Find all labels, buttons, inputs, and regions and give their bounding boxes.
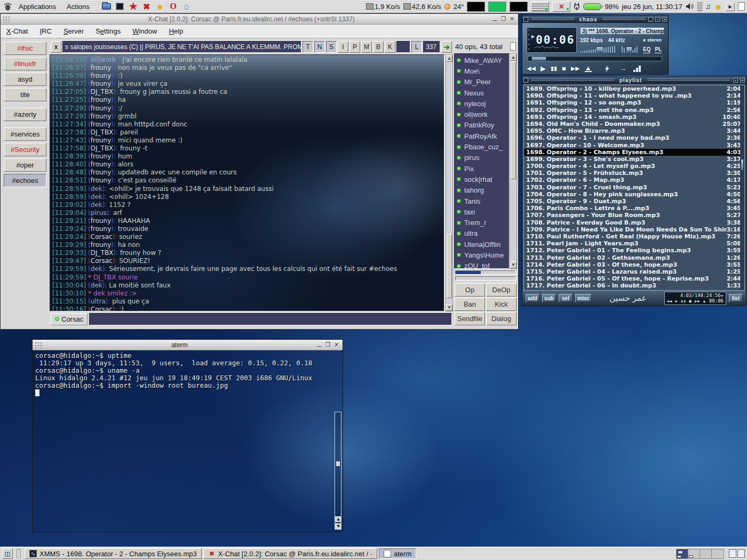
channel-tab-echoes[interactable]: #echoes (4, 174, 46, 187)
channel-tab-tite[interactable]: tite (4, 88, 46, 101)
position-slider[interactable] (528, 56, 662, 61)
playlist-row[interactable]: 1694. Old Man's Child - Doommaker.mp325:… (524, 121, 744, 127)
minimize-icon[interactable]: ⚊ (491, 15, 498, 22)
person-applet-icon[interactable]: ☻ (714, 2, 722, 11)
figure-icon[interactable]: ☺ (181, 1, 192, 12)
user-row[interactable]: zQU_tof (455, 261, 509, 269)
user-list[interactable]: Mike_AWAYMoe\Mr_PeerNexusnylecojoil|work… (454, 53, 510, 269)
terminal-output[interactable]: corsac@hidalgo:~$ uptime 11:29:17 up 3 d… (33, 350, 343, 532)
deop-button[interactable]: DeOp (486, 283, 516, 297)
mode-toggle-S[interactable]: S (326, 41, 337, 53)
playlist-row[interactable]: 1692. Offspring - 13 - not the one.mp32:… (524, 107, 744, 114)
net-upload-applet[interactable]: 42,6 Ko/s (403, 3, 441, 11)
maximize-icon[interactable]: ❒ (324, 341, 331, 348)
taskbar-grip[interactable] (17, 549, 21, 558)
menu-server[interactable]: Server (58, 27, 90, 35)
sub-button[interactable]: sub (542, 294, 556, 302)
playlist-row[interactable]: 1702. Operator - 6 - Map.mp34:17 (524, 177, 744, 183)
net-download-applet[interactable]: 1,9 Ko/s (366, 3, 400, 11)
monitor-applet-1[interactable] (467, 2, 485, 12)
channel-tab-ifsic[interactable]: #ifsic (4, 42, 46, 55)
user-row[interactable]: Nexus (455, 87, 509, 98)
mode-toggle-P[interactable]: P (349, 41, 360, 53)
user-row[interactable]: Pix (455, 163, 509, 174)
play-applet[interactable]: ▶ (726, 2, 735, 11)
limit-toggle[interactable]: L (411, 41, 422, 53)
sel-button[interactable]: sel (559, 294, 573, 302)
user-row[interactable]: Mr_Peer (455, 77, 509, 87)
forward-icon[interactable]: ▶▶ (571, 65, 580, 72)
playlist-row[interactable]: 1701. Operator - 5 - Frühstuck.mp33:30 (524, 170, 744, 177)
pause-icon[interactable]: ▮▮ (551, 65, 557, 72)
minimize-icon[interactable]: ⚊ (316, 341, 323, 348)
channel-tab-oper[interactable]: #oper (4, 158, 46, 172)
message-input[interactable] (89, 313, 452, 325)
playlist-row[interactable]: 1693. Offspring - 14 - smash.mp310:40 (524, 114, 744, 121)
scroll-down-icon[interactable]: ▼ (335, 523, 341, 529)
arrow-icon[interactable]: → (619, 65, 626, 73)
playlist-row[interactable]: 1715. Peter Gabriel - 04 - Lazarus raise… (524, 268, 744, 275)
mode-toggle-K[interactable]: K (385, 41, 395, 53)
mode-toggle-T[interactable]: T (303, 41, 313, 53)
scroll-down-icon[interactable]: ▼ (446, 304, 452, 311)
topic-entry[interactable]: s salopes jouisseuses (C) || PIRUS, JE N… (62, 41, 301, 53)
opera-icon[interactable]: O (168, 1, 179, 12)
close-icon[interactable]: × (662, 17, 667, 22)
playlist-row[interactable]: 1695. OMC - How Bizarre.mp33:44 (524, 127, 744, 134)
terminal-scroll-thumb[interactable] (336, 461, 340, 466)
play-icon[interactable]: ▶ (541, 65, 546, 73)
playlist-row[interactable]: 1696. Operator - 1 - I need money bad.mp… (524, 134, 744, 141)
playlist-menu-icon[interactable] (523, 78, 528, 83)
limit-entry[interactable]: 337 (423, 41, 440, 53)
chat-scrollbar[interactable]: ▲ ▼ (446, 54, 453, 311)
xmms-titlebar[interactable]: chaos _ ▪ × (522, 15, 668, 23)
position-thumb[interactable] (531, 57, 546, 61)
user-row[interactable]: Yangs\Home (455, 250, 509, 260)
channel-tab-linuxfr[interactable]: #linuxfr (4, 57, 46, 70)
playlist-scrollbar[interactable] (740, 85, 744, 290)
kick-button[interactable]: Kick (486, 298, 516, 311)
xchat-icon[interactable]: ✖ (141, 1, 152, 12)
playlist-row[interactable]: 1716. Peter Gabriel - 05 - Of these, hop… (524, 275, 744, 282)
user-row[interactable]: Utena|Offlin (455, 239, 509, 250)
terminal-icon[interactable] (115, 1, 125, 12)
playlist-row[interactable]: 1699. Operator - 3 - She's cool.mp33:17 (524, 156, 744, 163)
workspace-2[interactable] (688, 549, 700, 558)
close-tab-button[interactable]: x (51, 41, 61, 53)
playlist-row[interactable]: 1708. Patrice - Everday Good B.mp33:38 (524, 219, 744, 226)
playlist-row[interactable]: 1704. Operator - 8 - Hey pink sunglasses… (524, 191, 744, 198)
volume-slider[interactable] (697, 2, 702, 11)
playlist-row[interactable]: 1706. Paris Combo - Lettre à P....mp33:4… (524, 205, 744, 212)
workspace-3[interactable] (700, 549, 712, 558)
minimize-icon[interactable]: _ (648, 17, 653, 22)
stop-icon[interactable]: ■ (562, 65, 566, 73)
eq-button[interactable]: EQ (643, 46, 650, 53)
misc-button[interactable]: misc (575, 294, 592, 302)
playlist-entries[interactable]: 1689. Offspring - 10 - killboy powerhead… (523, 85, 745, 291)
playlist-row[interactable]: 1717. Peter Gabriel - 06 - In doubt.mp31… (524, 282, 744, 289)
person-icon[interactable]: ☻ (155, 1, 165, 12)
nick-indicator[interactable]: Corsac (51, 313, 88, 325)
playlist-row[interactable]: 1709. Patrice - I Need Ya Like Da Moon N… (524, 226, 744, 233)
tray-icon[interactable] (737, 549, 745, 558)
balance-thumb[interactable] (626, 46, 632, 52)
ops-entry-box[interactable] (510, 42, 516, 51)
terminal-scrollbar[interactable]: ▲ ▼ (335, 412, 341, 530)
xmms-menu-icon[interactable] (523, 17, 528, 22)
tasklist-menu-icon[interactable]: ◫ (2, 548, 13, 559)
userlist-scrollbar[interactable]: ▲ ▼ (510, 53, 517, 269)
maximize-icon[interactable]: ❒ (500, 15, 507, 22)
applications-menu[interactable]: Applications (13, 0, 61, 13)
user-row[interactable]: tahorg (455, 185, 509, 196)
scroll-up-icon[interactable]: ▲ (510, 54, 516, 61)
clock[interactable]: jeu 26 jun, 11:30:17 (622, 3, 682, 11)
channel-tab-Security[interactable]: #Security (4, 143, 46, 156)
playlist-row[interactable]: 1703. Operator - 7 - Cruel thing.mp35:23 (524, 184, 744, 191)
channel-tab-asyd[interactable]: asyd (4, 73, 46, 86)
notes-icon[interactable]: ♫ (705, 2, 711, 11)
userlist-scroll-thumb[interactable] (511, 61, 516, 179)
close-icon[interactable]: × (740, 78, 745, 83)
add-button[interactable]: add (526, 294, 539, 302)
playlist-titlebar[interactable]: playlist ▪ × (522, 76, 746, 84)
speaker-icon[interactable] (686, 3, 694, 10)
